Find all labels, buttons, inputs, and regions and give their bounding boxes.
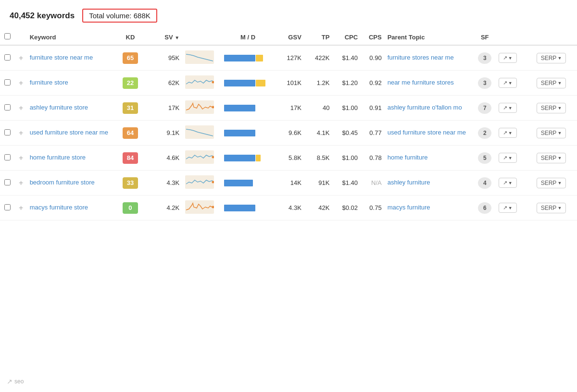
header-cps: CPS: [361, 29, 385, 45]
row-sparkline-0: [182, 45, 221, 71]
row-trend-0: ↗▼: [496, 45, 534, 71]
serp-button-0[interactable]: SERP▼: [537, 53, 566, 63]
header-plus: [15, 29, 27, 45]
serp-label: SERP: [541, 180, 557, 186]
row-checkbox-4[interactable]: [4, 154, 11, 160]
serp-button-3[interactable]: SERP▼: [537, 128, 566, 138]
row-plus-2[interactable]: +: [15, 96, 27, 121]
row-checkbox-6[interactable]: [4, 204, 11, 210]
row-keyword-2: ashley furniture store: [27, 96, 116, 121]
trend-dropdown-icon: ▼: [508, 181, 513, 185]
row-sparkline-3: [182, 121, 221, 146]
keyword-link-3[interactable]: used furniture store near me: [30, 129, 108, 136]
svg-rect-5: [185, 125, 214, 139]
row-checkbox-5[interactable]: [4, 179, 11, 185]
row-tp-2: 40: [304, 96, 333, 121]
trend-button-2[interactable]: ↗▼: [499, 103, 517, 113]
row-plus-0[interactable]: +: [15, 45, 27, 71]
serp-button-2[interactable]: SERP▼: [537, 103, 566, 113]
table-row: +home furniture store844.6K5.8K8.5K$1.00…: [0, 146, 577, 171]
keyword-link-4[interactable]: home furniture store: [30, 154, 86, 161]
row-tp-5: 91K: [304, 171, 333, 196]
keyword-link-1[interactable]: furniture store: [30, 79, 68, 86]
header-gsv: GSV: [275, 29, 304, 45]
header-sv[interactable]: SV ▼: [144, 29, 182, 45]
row-sf-0: 3: [474, 45, 496, 71]
row-plus-4[interactable]: +: [15, 146, 27, 171]
header-cpc: CPC: [332, 29, 361, 45]
row-sf-3: 2: [474, 121, 496, 146]
header-chart: [182, 29, 221, 45]
serp-button-1[interactable]: SERP▼: [537, 78, 566, 88]
row-trend-6: ↗▼: [496, 196, 534, 220]
row-gsv-5: 14K: [275, 171, 304, 196]
row-checkbox-3[interactable]: [4, 129, 11, 135]
row-plus-5[interactable]: +: [15, 171, 27, 196]
header-trend: [496, 29, 534, 45]
keyword-link-5[interactable]: bedroom furniture store: [30, 179, 95, 186]
row-plus-6[interactable]: +: [15, 196, 27, 220]
trend-button-6[interactable]: ↗▼: [499, 203, 517, 213]
keyword-link-0[interactable]: furniture store near me: [30, 54, 93, 61]
row-kd-6: 0: [116, 196, 145, 220]
row-checkbox-2[interactable]: [4, 104, 11, 110]
row-sv-4: 4.6K: [144, 146, 182, 171]
row-serp-0: SERP▼: [534, 45, 577, 71]
keywords-table: Keyword KD SV ▼ M / D GSV TP CPC: [0, 29, 577, 220]
row-plus-3[interactable]: +: [15, 121, 27, 146]
row-gsv-2: 17K: [275, 96, 304, 121]
row-plus-1[interactable]: +: [15, 71, 27, 96]
row-check-0: [0, 45, 15, 71]
parent-link-1[interactable]: near me furniture stores: [388, 79, 454, 86]
row-tp-4: 8.5K: [304, 146, 333, 171]
row-md-1: [221, 71, 274, 96]
row-cpc-6: $0.02: [332, 196, 361, 220]
row-sv-0: 95K: [144, 45, 182, 71]
parent-link-0[interactable]: furniture stores near me: [388, 54, 454, 61]
row-kd-1: 22: [116, 71, 145, 96]
trend-button-5[interactable]: ↗▼: [499, 178, 517, 188]
table-row: +macys furniture store04.2K4.3K42K$0.020…: [0, 196, 577, 220]
table-body: +furniture store near me6595K127K422K$1.…: [0, 45, 577, 220]
serp-dropdown-icon: ▼: [557, 181, 562, 185]
row-md-2: [221, 96, 274, 121]
serp-label: SERP: [541, 155, 557, 161]
row-sv-1: 62K: [144, 71, 182, 96]
row-kd-2: 31: [116, 96, 145, 121]
parent-link-5[interactable]: ashley furniture: [388, 179, 430, 186]
row-sparkline-4: [182, 146, 221, 171]
parent-link-2[interactable]: ashley furniture o'fallon mo: [388, 104, 462, 111]
select-all-checkbox[interactable]: [4, 33, 11, 39]
trend-button-4[interactable]: ↗▼: [499, 153, 517, 163]
row-cps-2: 0.91: [361, 96, 385, 121]
row-checkbox-0[interactable]: [4, 54, 11, 61]
serp-button-5[interactable]: SERP▼: [537, 178, 566, 188]
row-checkbox-1[interactable]: [4, 79, 11, 86]
trend-dropdown-icon: ▼: [508, 131, 513, 135]
trend-button-3[interactable]: ↗▼: [499, 128, 517, 138]
row-check-5: [0, 171, 15, 196]
serp-label: SERP: [541, 205, 557, 211]
trend-button-0[interactable]: ↗▼: [499, 53, 517, 63]
parent-link-3[interactable]: used furniture store near me: [388, 129, 466, 136]
parent-link-4[interactable]: home furniture: [388, 154, 428, 161]
row-cps-1: 0.92: [361, 71, 385, 96]
row-serp-1: SERP▼: [534, 71, 577, 96]
serp-label: SERP: [541, 80, 557, 86]
parent-link-6[interactable]: macys furniture: [388, 204, 430, 211]
row-cpc-0: $1.40: [332, 45, 361, 71]
header-check: [0, 29, 15, 45]
row-cps-6: 0.75: [361, 196, 385, 220]
serp-button-6[interactable]: SERP▼: [537, 203, 566, 213]
keyword-link-2[interactable]: ashley furniture store: [30, 104, 88, 111]
keyword-count: 40,452 keywords: [10, 11, 75, 21]
trend-icon: ↗: [503, 205, 507, 211]
header-md: M / D: [221, 29, 274, 45]
row-sparkline-2: [182, 96, 221, 121]
row-parent-3: used furniture store near me: [385, 121, 474, 146]
keyword-link-6[interactable]: macys furniture store: [30, 204, 88, 211]
trend-button-1[interactable]: ↗▼: [499, 78, 517, 88]
row-sf-5: 4: [474, 171, 496, 196]
serp-button-4[interactable]: SERP▼: [537, 153, 566, 163]
row-trend-3: ↗▼: [496, 121, 534, 146]
